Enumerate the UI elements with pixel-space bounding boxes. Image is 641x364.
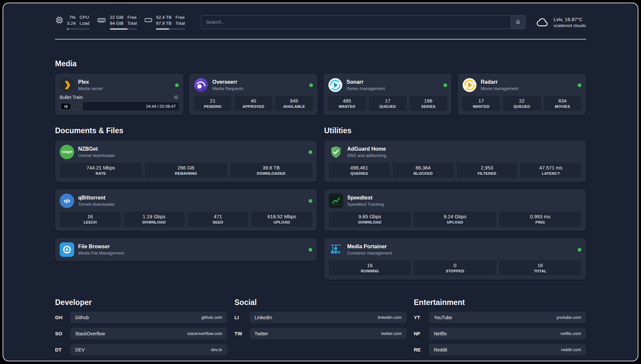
disk-icon — [144, 16, 153, 24]
app-card-overseerr[interactable]: Overseerr Media Requests 21 PENDING 40 A… — [189, 74, 318, 115]
stat-box: 1.19 Gbps DOWNLOAD — [124, 212, 185, 227]
app-subtitle: DNS and adblocking — [347, 153, 386, 158]
cpu-chip-icon — [55, 16, 64, 24]
playback-progress-bar[interactable]: 24:44 / 02:06:47 — [60, 102, 179, 110]
app-title: AdGuard Home — [347, 146, 386, 152]
ram-label-top: Free — [128, 15, 137, 20]
section-title-documents: Documents & Files — [55, 126, 317, 135]
bookmark-twitter[interactable]: Twitter twitter.com — [250, 328, 407, 339]
bookmark-abbr: RE — [414, 347, 429, 352]
stat-box: 40 APPROVED — [234, 96, 272, 111]
app-subtitle: Torrent downloader — [78, 202, 115, 207]
status-indicator — [578, 83, 581, 87]
disk-widget: 52.4 TB 97.9 TB Free Total — [144, 15, 185, 30]
ram-progress — [110, 28, 137, 30]
stat-box: 9.65 Gbps DOWNLOAD — [329, 212, 411, 227]
section-title-entertainment: Entertainment — [414, 298, 586, 307]
bookmark-github[interactable]: Github github.com — [70, 312, 227, 323]
status-indicator — [309, 150, 312, 154]
stat-box: 0.993 ms PING — [499, 212, 581, 227]
playback-time: 24:44 / 02:06:47 — [146, 104, 176, 109]
search-bar[interactable]: G — [201, 15, 526, 29]
app-subtitle: Media server — [78, 86, 103, 91]
radarr-icon — [462, 78, 477, 92]
stat-box: 86,384 BLOCKED — [393, 163, 454, 178]
bookmark-abbr: GH — [55, 315, 70, 320]
bookmark-row: DT DEV dev.to — [55, 344, 227, 355]
stat-box: 17 QUEUED — [369, 96, 406, 111]
search-input[interactable] — [201, 19, 511, 25]
app-title: File Browser — [78, 244, 124, 250]
ram-progress-fill — [110, 28, 128, 30]
stat-box: 266 GB REMAINING — [145, 163, 227, 178]
bookmark-row: YT YouTube youtube.com — [414, 312, 586, 323]
search-engine-button[interactable]: G — [511, 15, 525, 29]
disk-label-top: Free — [175, 15, 185, 20]
bookmark-row: SO StackOverflow stackoverflow.com — [55, 328, 227, 339]
stat-box: 618.52 Mbps UPLOAD — [251, 212, 312, 227]
stat-box: 39.6 TB DOWNLOADED — [230, 163, 312, 178]
bookmark-row: TW Twitter twitter.com — [234, 328, 407, 339]
bookmark-abbr: SO — [55, 331, 70, 336]
app-title: qBittorrent — [78, 195, 115, 201]
stat-box: 744.21 Mbps RATE — [60, 163, 142, 178]
bookmark-row: NF Netflix netflix.com — [414, 328, 586, 339]
cpu-widget: 7% 3.24 CPU Load — [55, 15, 89, 30]
bookmark-dev[interactable]: DEV dev.to — [70, 344, 227, 355]
stat-box: 22 QUEUED — [503, 96, 540, 111]
bookmark-row: GH Github github.com — [55, 312, 227, 323]
app-card-qbittorrent[interactable]: qb qBittorrent Torrent downloader 16 LEE… — [55, 189, 317, 231]
pause-button[interactable] — [61, 104, 70, 109]
bookmark-linkedin[interactable]: LinkedIn linkedin.com — [250, 312, 407, 323]
cpu-progress-fill — [67, 28, 69, 30]
stat-box: 471 SEED — [188, 212, 249, 227]
bookmark-reddit[interactable]: Reddit reddit.com — [429, 344, 586, 355]
stat-box: 16 LEECH — [60, 212, 121, 227]
app-subtitle: Container management — [347, 251, 392, 256]
stat-box: 17 WANTED — [462, 96, 500, 111]
nzbget-icon: nzbget — [60, 145, 74, 159]
app-title: Sonarr — [347, 79, 385, 85]
disk-progress — [156, 28, 185, 30]
gear-icon[interactable] — [173, 95, 179, 100]
bookmark-group-social: Social LI LinkedIn linkedin.com TW Twitt… — [234, 298, 407, 339]
app-card-nzbget[interactable]: nzbget NZBGet Usenet downloader 744.21 M… — [55, 140, 317, 182]
bookmark-abbr: NF — [414, 331, 429, 336]
weather-location: Lviv, 16.87°C — [554, 16, 586, 22]
cpu-progress — [67, 28, 89, 30]
app-subtitle: Movie management — [481, 86, 518, 91]
sonarr-icon — [328, 78, 343, 92]
filebrowser-icon — [60, 242, 74, 257]
bookmark-youtube[interactable]: YouTube youtube.com — [429, 312, 586, 323]
adguard-icon — [329, 145, 343, 159]
ram-icon — [97, 16, 107, 24]
cpu-label-top: CPU — [79, 15, 89, 20]
now-playing-title: Bullet Train — [60, 95, 83, 100]
bookmark-row: LI LinkedIn linkedin.com — [234, 312, 407, 323]
app-title: Plex — [78, 79, 103, 85]
stat-box: 945 AVAILABLE — [275, 96, 313, 111]
cpu-label-bottom: Load — [79, 20, 89, 26]
bookmark-netflix[interactable]: Netflix netflix.com — [429, 328, 586, 339]
app-subtitle: Media Requests — [212, 86, 243, 91]
status-indicator — [175, 83, 179, 87]
plex-icon — [60, 78, 74, 92]
bookmark-abbr: LI — [234, 315, 250, 320]
disk-label-bottom: Total — [175, 20, 185, 26]
app-card-radarr[interactable]: Radarr Movie management 17 WANTED 22 QUE… — [458, 74, 586, 115]
ram-widget: 22 GiB 64 GiB Free Total — [97, 15, 137, 30]
bookmark-stackoverflow[interactable]: StackOverflow stackoverflow.com — [70, 328, 227, 339]
section-title-utilities: Utilities — [324, 126, 586, 135]
app-card-filebrowser[interactable]: File Browser Media File Management — [55, 238, 317, 261]
stat-box: 16 TOTAL — [499, 260, 581, 275]
app-card-speedtest[interactable]: Speedtest Speedtest Tracking 9.65 Gbps D… — [324, 189, 586, 231]
app-card-adguard[interactable]: AdGuard Home DNS and adblocking 498,461 … — [324, 140, 586, 182]
section-title-media: Media — [55, 59, 586, 68]
topbar: 7% 3.24 CPU Load — [55, 3, 586, 30]
app-card-sonarr[interactable]: Sonarr Series management 485 WANTED 17 Q… — [323, 74, 452, 115]
bookmark-abbr: DT — [55, 347, 70, 352]
disk-progress-fill — [156, 28, 169, 30]
bookmark-abbr: YT — [414, 315, 429, 320]
app-card-portainer[interactable]: Media Portainer Container management 16 … — [324, 238, 586, 280]
app-card-plex[interactable]: Plex Media server Bullet Train — [55, 74, 183, 115]
